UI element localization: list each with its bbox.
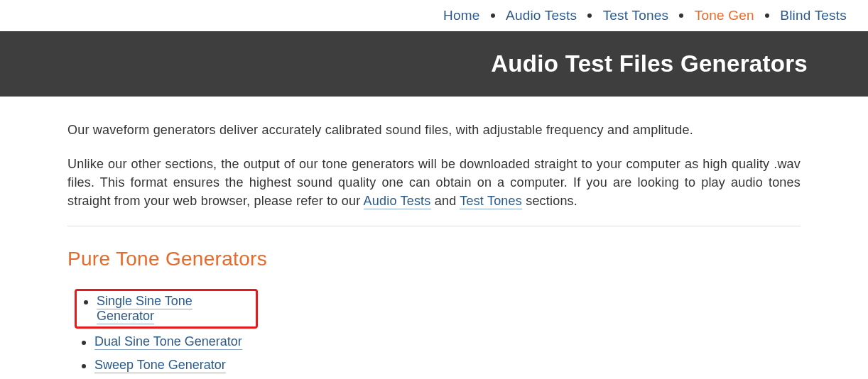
link-test-tones[interactable]: Test Tones	[460, 194, 522, 209]
nav-blind-tests[interactable]: Blind Tests	[780, 8, 847, 23]
page-banner: Audio Test Files Generators	[0, 31, 868, 97]
nav-test-tones[interactable]: Test Tones	[603, 8, 668, 23]
intro-text: and	[431, 194, 460, 208]
generator-list: Single Sine Tone Generator Dual Sine Ton…	[67, 289, 801, 375]
bullet-icon	[765, 13, 769, 18]
intro-paragraph-2: Unlike our other sections, the output of…	[67, 155, 801, 210]
nav-home[interactable]: Home	[443, 8, 479, 23]
bullet-icon	[491, 13, 495, 18]
nav-audio-tests[interactable]: Audio Tests	[506, 8, 577, 23]
list-item: Sweep Tone Generator	[75, 355, 801, 375]
list-item: Dual Sine Tone Generator	[75, 331, 801, 352]
intro-text: sections.	[522, 194, 577, 208]
link-dual-sine[interactable]: Dual Sine Tone Generator	[94, 334, 242, 350]
link-sweep[interactable]: Sweep Tone Generator	[94, 358, 226, 373]
main-content: Our waveform generators deliver accurate…	[0, 97, 868, 379]
bullet-icon	[587, 13, 592, 18]
link-single-sine[interactable]: Single Sine Tone Generator	[97, 294, 192, 324]
link-audio-tests[interactable]: Audio Tests	[364, 194, 431, 209]
section-title: Pure Tone Generators	[67, 248, 801, 270]
list-item: Single Sine Tone Generator	[75, 289, 258, 329]
bullet-icon	[679, 13, 683, 18]
divider	[67, 226, 801, 226]
page-title: Audio Test Files Generators	[7, 50, 808, 77]
top-nav: Home Audio Tests Test Tones Tone Gen Bli…	[0, 0, 868, 31]
nav-tone-gen[interactable]: Tone Gen	[695, 8, 754, 23]
intro-paragraph-1: Our waveform generators deliver accurate…	[67, 121, 801, 139]
